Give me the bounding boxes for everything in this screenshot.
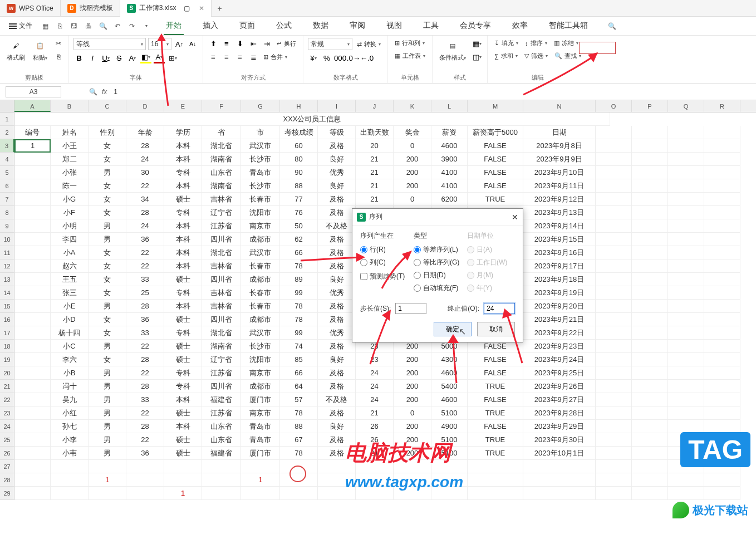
cell[interactable] (668, 340, 704, 353)
cell[interactable] (668, 233, 704, 246)
cell[interactable] (596, 487, 632, 500)
cell[interactable] (632, 233, 668, 246)
row-header[interactable]: 1 (0, 112, 14, 126)
cell[interactable] (14, 219, 51, 233)
cell[interactable] (632, 473, 668, 487)
cell[interactable]: 张三 (51, 286, 89, 300)
cell[interactable]: 22 (126, 246, 164, 259)
cell[interactable]: 硕士 (164, 406, 202, 420)
cell[interactable]: 78 (280, 447, 318, 460)
paste-button[interactable]: 📋 粘贴▾ (31, 38, 50, 63)
cell[interactable]: 专科 (164, 206, 202, 219)
cell[interactable] (596, 206, 632, 219)
cell[interactable] (632, 139, 668, 153)
menu-tab-6[interactable]: 视图 (384, 17, 404, 35)
cell[interactable] (668, 420, 704, 433)
cell[interactable]: 湖南省 (202, 179, 241, 193)
cell[interactable]: 女 (89, 246, 126, 259)
cell[interactable]: 日期 (523, 126, 596, 139)
sum-button[interactable]: ∑ 求和▾ (492, 51, 520, 61)
cell[interactable] (14, 193, 51, 206)
cell[interactable]: 厦门市 (241, 447, 280, 460)
cell[interactable]: 76 (280, 206, 318, 219)
cell[interactable] (596, 326, 632, 340)
cell[interactable]: 33 (126, 273, 164, 286)
row-header[interactable]: 8 (0, 206, 14, 219)
cell[interactable]: 4100 (431, 166, 468, 179)
cell[interactable]: 21 (356, 193, 394, 206)
cell[interactable]: 2023年10月1日 (523, 447, 596, 460)
cell[interactable]: 男 (89, 219, 126, 233)
cell[interactable] (14, 353, 51, 366)
align-bottom-icon[interactable]: ⬇ (234, 38, 246, 49)
cell[interactable] (704, 380, 740, 393)
cell[interactable]: 专科 (164, 286, 202, 300)
cell[interactable] (596, 126, 632, 139)
cell[interactable]: 男 (89, 433, 126, 447)
cell[interactable]: 2023年9月28日 (523, 406, 596, 420)
cell[interactable] (596, 219, 632, 233)
cell[interactable] (632, 313, 668, 326)
cell[interactable] (704, 126, 740, 139)
cell[interactable] (704, 259, 740, 273)
cell[interactable] (668, 273, 704, 286)
menu-tab-4[interactable]: 数据 (311, 17, 331, 35)
menu-tab-10[interactable]: 智能工具箱 (547, 17, 590, 35)
cell[interactable]: 5100 (431, 406, 468, 420)
menu-tab-0[interactable]: 开始 (164, 17, 184, 35)
cell[interactable]: 出勤天数 (356, 126, 394, 139)
col-header[interactable]: A (14, 100, 51, 112)
percent-icon[interactable]: % (321, 52, 332, 63)
cell[interactable] (14, 406, 51, 420)
cell[interactable] (14, 366, 51, 380)
col-header[interactable]: R (704, 100, 740, 112)
cell[interactable]: 硕士 (164, 433, 202, 447)
cell[interactable]: 专科 (164, 326, 202, 340)
cell[interactable]: 男 (89, 166, 126, 179)
cell[interactable]: 男 (89, 447, 126, 460)
currency-icon[interactable]: ¥▾ (308, 52, 319, 63)
cell[interactable]: 28 (126, 139, 164, 153)
cell[interactable] (596, 139, 632, 153)
cell[interactable] (632, 259, 668, 273)
add-tab-button[interactable]: + (212, 4, 227, 13)
cell[interactable] (668, 366, 704, 380)
cell[interactable] (14, 259, 51, 273)
bold-button[interactable]: B (73, 52, 85, 63)
cell[interactable]: 64 (280, 380, 318, 393)
cell[interactable]: 专科 (164, 166, 202, 179)
cell[interactable] (164, 460, 202, 473)
cell[interactable]: 奖金 (394, 126, 431, 139)
cell[interactable]: 200 (394, 393, 431, 406)
cell[interactable] (668, 166, 704, 179)
cell[interactable]: 长沙市 (241, 340, 280, 353)
col-header[interactable]: J (356, 100, 394, 112)
font-name-select[interactable]: 等线▾ (73, 38, 146, 50)
cell[interactable] (668, 380, 704, 393)
cell[interactable] (704, 139, 740, 153)
cell[interactable]: 2023年9月14日 (523, 219, 596, 233)
cell[interactable] (596, 447, 632, 460)
cell[interactable]: TRUE (468, 433, 523, 447)
cell[interactable]: 湖北省 (202, 326, 241, 340)
cell[interactable] (668, 353, 704, 366)
cell[interactable]: 22 (126, 340, 164, 353)
cell[interactable] (632, 206, 668, 219)
cell[interactable]: 薪资高于5000 (468, 126, 523, 139)
cell[interactable]: 36 (126, 447, 164, 460)
cell[interactable]: 4900 (431, 420, 468, 433)
cell[interactable] (632, 447, 668, 460)
row-header[interactable]: 27 (0, 460, 14, 473)
col-header[interactable]: C (89, 100, 126, 112)
underline-button[interactable]: U▾ (100, 52, 111, 63)
cell[interactable]: 2023年9月19日 (523, 286, 596, 300)
cell[interactable]: 88 (280, 420, 318, 433)
cell[interactable]: 2023年9月25日 (523, 366, 596, 380)
cell[interactable] (704, 179, 740, 193)
cell[interactable]: 60 (280, 139, 318, 153)
cell[interactable]: 28 (126, 420, 164, 433)
cell[interactable]: 不及格 (318, 219, 356, 233)
convert-button[interactable]: ⇄ 转换▾ (355, 39, 383, 50)
row-header[interactable]: 16 (0, 313, 14, 326)
cell[interactable]: 长沙市 (241, 179, 280, 193)
